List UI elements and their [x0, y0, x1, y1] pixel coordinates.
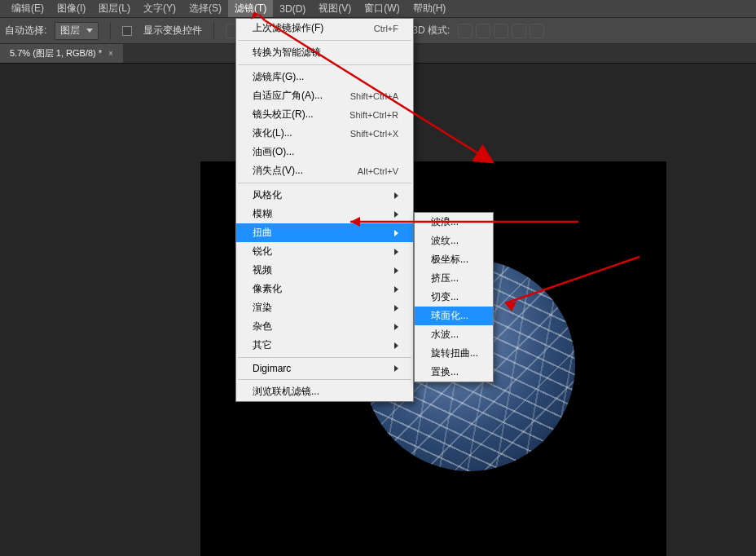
mi-label: 消失点(V)...	[253, 164, 303, 178]
submenu-arrow-icon	[394, 365, 398, 372]
mode3d-icons	[458, 24, 544, 38]
sm-pinch[interactable]: 挤压...	[415, 269, 493, 288]
mode3d-icon[interactable]	[512, 24, 526, 38]
mi-label: 极坐标...	[431, 253, 468, 267]
sm-polar[interactable]: 极坐标...	[415, 250, 493, 269]
submenu-arrow-icon	[394, 211, 398, 218]
mi-label: 液化(L)...	[253, 126, 292, 140]
mi-hotkey: Alt+Ctrl+V	[358, 166, 398, 176]
mi-gallery[interactable]: 滤镜库(G)...	[236, 68, 413, 86]
mi-hotkey: Shift+Ctrl+R	[349, 110, 398, 120]
mi-label: Digimarc	[253, 363, 291, 374]
mi-sharpen[interactable]: 锐化	[236, 242, 413, 261]
mi-last-filter[interactable]: 上次滤镜操作(F) Ctrl+F	[236, 19, 413, 38]
mode3d-icon[interactable]	[494, 24, 508, 38]
mi-label: 油画(O)...	[253, 145, 294, 159]
mi-blur[interactable]: 模糊	[236, 205, 413, 223]
mi-liquify[interactable]: 液化(L)... Shift+Ctrl+X	[236, 124, 413, 143]
show-transform-checkbox[interactable]	[122, 26, 132, 36]
mi-label: 置换...	[431, 365, 459, 379]
mi-label: 锐化	[253, 245, 272, 258]
mi-label: 浏览联机滤镜...	[253, 385, 319, 399]
menu-select[interactable]: 选择(S)	[182, 0, 228, 17]
menu-view[interactable]: 视图(V)	[312, 0, 358, 17]
filter-dropdown: 上次滤镜操作(F) Ctrl+F 转换为智能滤镜 滤镜库(G)... 自适应广角…	[235, 18, 414, 402]
mi-pixelate[interactable]: 像素化	[236, 280, 413, 298]
mode3d-icon[interactable]	[476, 24, 490, 38]
menu-3d[interactable]: 3D(D)	[273, 2, 312, 16]
mi-label: 滤镜库(G)...	[253, 70, 304, 84]
mi-noise[interactable]: 杂色	[236, 317, 413, 336]
mi-browse-online[interactable]: 浏览联机滤镜...	[236, 382, 413, 401]
menu-type[interactable]: 文字(Y)	[137, 0, 182, 17]
mode3d-icon[interactable]	[458, 24, 472, 38]
mi-label: 模糊	[253, 207, 272, 221]
sm-twirl[interactable]: 旋转扭曲...	[415, 344, 493, 363]
menu-window[interactable]: 窗口(W)	[358, 0, 406, 17]
mi-label: 渲染	[253, 301, 272, 315]
menubar: 编辑(E) 图像(I) 图层(L) 文字(Y) 选择(S) 滤镜(T) 3D(D…	[0, 0, 756, 18]
separator	[238, 183, 411, 183]
mi-oil-paint[interactable]: 油画(O)...	[236, 143, 413, 161]
submenu-arrow-icon	[394, 342, 398, 349]
sm-zigzag[interactable]: 水波...	[415, 325, 493, 344]
mi-label: 上次滤镜操作(F)	[253, 21, 323, 35]
mi-label: 镜头校正(R)...	[253, 108, 314, 121]
mi-convert-smart[interactable]: 转换为智能滤镜	[236, 43, 413, 62]
mi-hotkey: Shift+Ctrl+A	[350, 91, 398, 101]
mi-stylize[interactable]: 风格化	[236, 186, 413, 205]
submenu-arrow-icon	[394, 249, 398, 255]
auto-select-label: 自动选择:	[5, 24, 46, 38]
mi-render[interactable]: 渲染	[236, 298, 413, 317]
mi-label: 自适应广角(A)...	[253, 89, 323, 103]
tab-title: 5.7% (图层 1, RGB/8) *	[10, 47, 102, 60]
document-tab[interactable]: 5.7% (图层 1, RGB/8) * ×	[0, 44, 123, 63]
mi-lens-correction[interactable]: 镜头校正(R)... Shift+Ctrl+R	[236, 105, 413, 124]
separator	[238, 357, 411, 358]
mi-label: 波纹...	[431, 234, 459, 248]
mode3d-label: 3D 模式:	[412, 24, 450, 38]
menu-edit[interactable]: 编辑(E)	[5, 0, 51, 17]
mi-other[interactable]: 其它	[236, 336, 413, 355]
submenu-arrow-icon	[394, 324, 398, 330]
sm-spherize[interactable]: 球面化...	[415, 307, 493, 325]
sm-wave[interactable]: 波浪...	[415, 213, 493, 232]
separator	[238, 64, 411, 65]
mi-label: 扭曲	[253, 226, 272, 240]
submenu-arrow-icon	[394, 305, 398, 311]
mi-label: 挤压...	[431, 271, 459, 285]
submenu-arrow-icon	[394, 192, 398, 199]
mi-hotkey: Shift+Ctrl+X	[350, 129, 398, 139]
mi-label: 旋转扭曲...	[431, 346, 478, 360]
close-icon[interactable]: ×	[108, 49, 113, 58]
submenu-arrow-icon	[394, 230, 398, 236]
mi-label: 视频	[253, 263, 272, 277]
menu-help[interactable]: 帮助(H)	[407, 0, 453, 17]
mi-label: 转换为智能滤镜	[253, 46, 321, 60]
submenu-arrow-icon	[394, 286, 398, 293]
divider	[213, 22, 214, 40]
mi-label: 其它	[253, 338, 272, 352]
sm-displace[interactable]: 置换...	[415, 363, 493, 382]
mi-label: 球面化...	[431, 309, 468, 323]
mi-digimarc[interactable]: Digimarc	[236, 360, 413, 377]
sm-shear[interactable]: 切变...	[415, 288, 493, 307]
mi-vanishing-point[interactable]: 消失点(V)... Alt+Ctrl+V	[236, 161, 413, 180]
mi-label: 水波...	[431, 328, 459, 342]
mi-video[interactable]: 视频	[236, 261, 413, 280]
chevron-down-icon	[86, 29, 93, 33]
menu-layer[interactable]: 图层(L)	[92, 0, 137, 17]
menu-filter[interactable]: 滤镜(T)	[228, 0, 273, 17]
mode3d-icon[interactable]	[530, 24, 544, 38]
separator	[238, 40, 411, 41]
mi-label: 杂色	[253, 320, 272, 333]
sm-ripple[interactable]: 波纹...	[415, 232, 493, 250]
auto-select-dropdown[interactable]: 图层	[55, 22, 99, 40]
mi-hotkey: Ctrl+F	[374, 24, 398, 33]
mi-adaptive-wide[interactable]: 自适应广角(A)... Shift+Ctrl+A	[236, 86, 413, 105]
menu-image[interactable]: 图像(I)	[51, 0, 92, 17]
mi-distort[interactable]: 扭曲	[236, 223, 413, 242]
divider	[110, 22, 111, 40]
mi-label: 切变...	[431, 290, 459, 304]
separator	[238, 379, 411, 380]
